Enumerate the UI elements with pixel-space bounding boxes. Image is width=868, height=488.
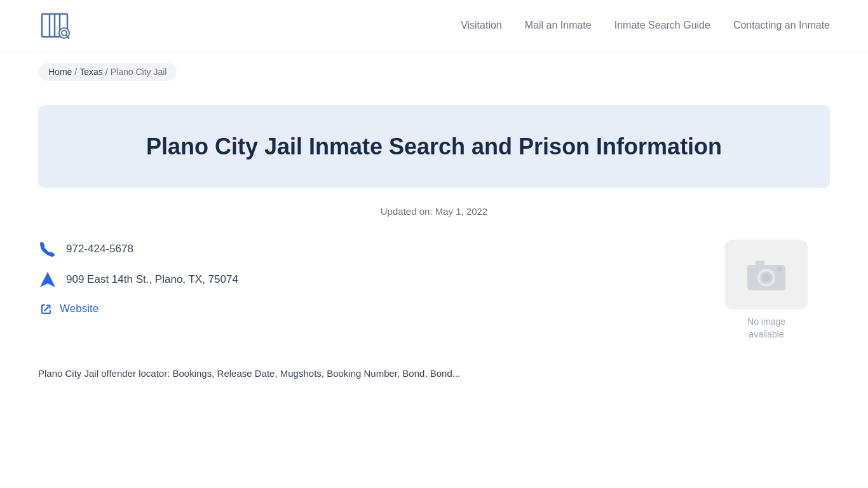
nav-inmate-search-guide[interactable]: Inmate Search Guide xyxy=(614,20,710,31)
svg-point-10 xyxy=(763,274,770,281)
nav-mail-inmate[interactable]: Mail an Inmate xyxy=(525,20,592,31)
phone-number: 972-424-5678 xyxy=(66,243,133,255)
website-link[interactable]: Website xyxy=(38,301,98,317)
phone-row: 972-424-5678 xyxy=(38,240,677,259)
website-label: Website xyxy=(60,302,98,315)
hero-banner: Plano City Jail Inmate Search and Prison… xyxy=(38,105,830,188)
logo-icon xyxy=(38,9,71,42)
camera-icon-wrapper xyxy=(725,240,808,309)
breadcrumb-wrapper: Home / Texas / Plano City Jail xyxy=(0,51,868,92)
breadcrumb: Home / Texas / Plano City Jail xyxy=(38,63,177,81)
page-title: Plano City Jail Inmate Search and Prison… xyxy=(64,133,804,160)
website-row: Website xyxy=(38,301,677,317)
no-image-placeholder: No image available xyxy=(703,240,830,341)
main-nav: Visitation Mail an Inmate Inmate Search … xyxy=(461,20,830,31)
nav-visitation[interactable]: Visitation xyxy=(461,20,502,31)
address-row: 909 East 14th St., Plano, TX, 75074 xyxy=(38,270,677,289)
facility-address: 909 East 14th St., Plano, TX, 75074 xyxy=(66,273,238,286)
breadcrumb-home[interactable]: Home xyxy=(48,67,72,77)
info-section: 972-424-5678 909 East 14th St., Plano, T… xyxy=(38,240,830,341)
site-header: Visitation Mail an Inmate Inmate Search … xyxy=(0,0,868,51)
link-icon xyxy=(38,301,55,317)
address-icon xyxy=(38,270,57,289)
phone-icon xyxy=(38,240,57,259)
info-left: 972-424-5678 909 East 14th St., Plano, T… xyxy=(38,240,677,317)
breadcrumb-state[interactable]: Texas xyxy=(79,67,103,77)
updated-date: Updated on: May 1, 2022 xyxy=(38,206,830,217)
nav-contacting-inmate[interactable]: Contacting an Inmate xyxy=(733,20,830,31)
breadcrumb-sep2: / xyxy=(105,67,108,77)
logo[interactable] xyxy=(38,9,71,42)
camera-icon xyxy=(744,255,789,294)
svg-point-12 xyxy=(777,267,782,272)
breadcrumb-facility: Plano City Jail xyxy=(111,67,167,77)
breadcrumb-sep1: / xyxy=(74,67,77,77)
no-image-text: No image available xyxy=(747,316,785,341)
bottom-text: Plano City Jail offender locator: Bookin… xyxy=(38,366,830,381)
svg-rect-11 xyxy=(756,261,764,266)
